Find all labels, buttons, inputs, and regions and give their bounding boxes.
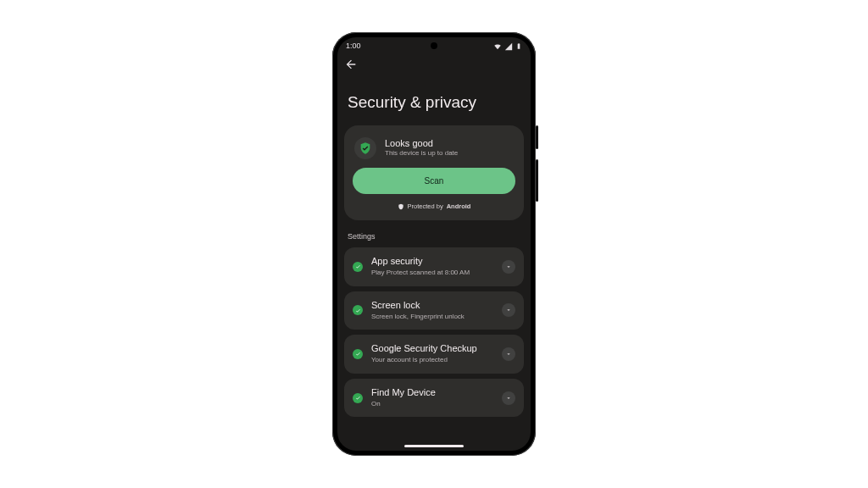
status-ok-badge (353, 349, 363, 359)
camera-hole (431, 42, 437, 49)
summary-subtitle: This device is up to date (385, 149, 458, 158)
expand-button[interactable] (502, 260, 515, 274)
item-subtitle: Your account is protected (371, 356, 493, 364)
battery-icon (515, 42, 522, 51)
hardware-button (536, 125, 538, 149)
top-app-bar (337, 54, 531, 75)
settings-item-screen-lock[interactable]: Screen lock Screen lock, Fingerprint unl… (344, 291, 524, 330)
check-icon (355, 395, 361, 401)
security-summary-card: Looks good This device is up to date Sca… (344, 125, 524, 220)
expand-button[interactable] (502, 391, 515, 405)
settings-item-find-my-device[interactable]: Find My Device On (344, 379, 524, 418)
expand-button[interactable] (502, 347, 515, 361)
back-button[interactable] (344, 58, 358, 71)
protected-by-line: Protected by Android (353, 202, 515, 210)
page-title: Security & privacy (348, 93, 524, 112)
protected-prefix: Protected by (408, 202, 443, 210)
item-title: Find My Device (371, 387, 493, 398)
status-time: 1:00 (346, 42, 361, 50)
summary-title: Looks good (385, 138, 458, 149)
shield-status-badge (354, 137, 376, 159)
chevron-down-icon (505, 395, 512, 402)
item-subtitle: Screen lock, Fingerprint unlock (371, 313, 493, 321)
chevron-down-icon (505, 307, 512, 313)
settings-item-google-security-checkup[interactable]: Google Security Checkup Your account is … (344, 335, 524, 374)
shield-icon (398, 203, 404, 210)
settings-section-label: Settings (348, 232, 520, 241)
item-title: App security (371, 256, 493, 267)
scan-button[interactable]: Scan (353, 168, 515, 194)
item-title: Screen lock (371, 300, 493, 311)
gesture-nav-hint[interactable] (404, 445, 464, 447)
item-subtitle: On (371, 400, 493, 408)
item-title: Google Security Checkup (371, 343, 493, 354)
check-icon (355, 308, 361, 313)
settings-item-app-security[interactable]: App security Play Protect scanned at 8:0… (344, 247, 524, 286)
status-ok-badge (353, 393, 363, 403)
chevron-down-icon (505, 351, 512, 358)
hardware-button (536, 159, 538, 202)
status-icons (493, 42, 522, 51)
phone-screen: 1:00 Security & privacy (337, 37, 531, 451)
status-ok-badge (353, 262, 363, 272)
check-icon (355, 351, 361, 357)
protected-brand: Android (447, 202, 471, 210)
check-icon (355, 263, 361, 269)
wifi-icon (493, 42, 502, 51)
shield-check-icon (359, 141, 372, 155)
phone-frame: 1:00 Security & privacy (332, 32, 536, 456)
chevron-down-icon (505, 263, 512, 270)
arrow-left-icon (344, 58, 358, 71)
expand-button[interactable] (502, 303, 515, 317)
item-subtitle: Play Protect scanned at 8:00 AM (371, 269, 493, 277)
signal-icon (504, 42, 513, 51)
status-ok-badge (353, 305, 363, 315)
